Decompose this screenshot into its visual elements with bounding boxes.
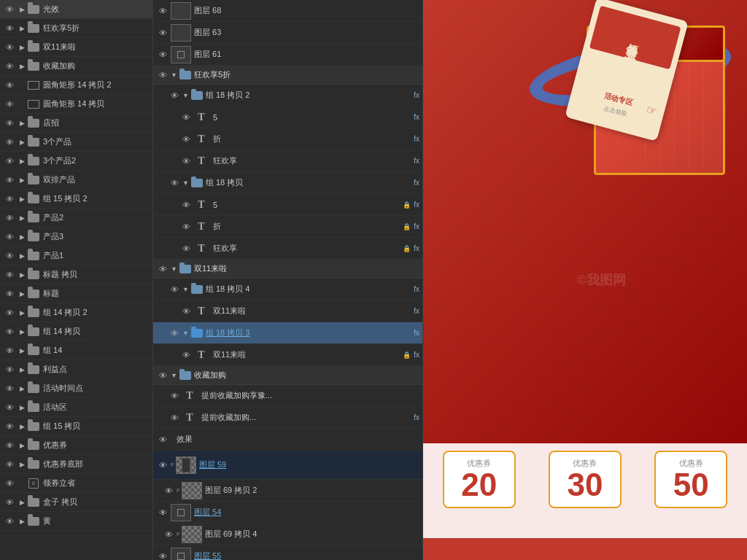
eye-icon[interactable]: 👁 <box>3 192 16 206</box>
eye-icon[interactable]: 👁 <box>179 349 193 362</box>
layer-row-z15-2[interactable]: 👁 ▶ 组 15 拷贝 2 <box>0 190 152 209</box>
layer-row-youhuiquan-base[interactable]: 👁 ▶ 优惠券底部 <box>0 455 152 474</box>
eye-icon[interactable]: 👁 <box>3 306 16 319</box>
layer-row-hezi[interactable]: 👁 ▶ 盒子 拷贝 <box>0 493 152 512</box>
layer-row-guangxiao[interactable]: 👁 ▶ 光效 <box>0 0 152 19</box>
expand-arrow[interactable]: ▶ <box>18 498 26 507</box>
eye-icon[interactable]: 👁 <box>3 458 16 471</box>
layer-row-z14-c[interactable]: 👁 ▶ 组 14 拷贝 <box>0 322 152 341</box>
layer-row-rect14-2[interactable]: 👁 圆角矩形 14 拷贝 2 <box>0 76 152 95</box>
expand-arrow[interactable]: ▶ <box>18 157 26 166</box>
eye-icon[interactable]: 👁 <box>3 420 16 433</box>
group-header-kuanhuanxiang[interactable]: 👁 ▼ 狂欢享5折 <box>153 66 422 85</box>
layer-row-bt[interactable]: 👁 ▶ 标题 <box>0 284 152 303</box>
eye-icon[interactable]: 👁 <box>179 305 193 318</box>
expand-arrow[interactable]: ▶ <box>18 289 26 298</box>
eye-icon[interactable]: 👁 <box>3 117 16 130</box>
layer-row-rect14[interactable]: 👁 圆角矩形 14 拷贝 <box>0 95 152 114</box>
layers-panel-middle[interactable]: 👁 图层 68 👁 图层 63 👁 图层 61 👁 ▼ 狂欢享5折 👁 ▼ 组 … <box>153 0 423 560</box>
eye-icon[interactable]: 👁 <box>179 111 193 124</box>
layer-row-youhuiquan[interactable]: 👁 ▶ 优惠券 <box>0 436 152 455</box>
eye-icon[interactable]: 👁 <box>168 89 181 102</box>
layer-row-bt-copy[interactable]: 👁 ▶ 标题 拷贝 <box>0 265 152 284</box>
expand-arrow[interactable]: ▶ <box>18 233 26 241</box>
mlayer-effect[interactable]: 👁 效果 <box>153 429 422 451</box>
mlayer-t-shuang11-1[interactable]: 👁 T 双11来啦 fx <box>153 300 422 322</box>
eye-icon[interactable]: 👁 <box>3 287 16 300</box>
eye-icon[interactable]: 👁 <box>168 411 181 424</box>
layer-row-kuanhuanxiang[interactable]: 👁 ▶ 狂欢享5折 <box>0 19 152 38</box>
mlayer-fie59[interactable]: 👁 F 图层 59 <box>153 451 422 480</box>
mlayer-61[interactable]: 👁 图层 61 <box>153 44 422 66</box>
eye-icon[interactable]: 👁 <box>3 211 16 225</box>
expand-arrow[interactable]: ▶ <box>18 214 26 222</box>
eye-icon[interactable]: 👁 <box>3 136 16 149</box>
expand-arrow[interactable]: ▶ <box>18 460 26 469</box>
layer-row-cp2[interactable]: 👁 ▶ 产品2 <box>0 209 152 228</box>
eye-icon[interactable]: 👁 <box>179 198 193 211</box>
eye-icon[interactable]: 👁 <box>3 515 16 528</box>
layer-row-dianzao[interactable]: 👁 ▶ 店招 <box>0 114 152 133</box>
eye-icon[interactable]: 👁 <box>3 174 16 187</box>
mlayer-t5-2[interactable]: 👁 T 5 🔒 fx <box>153 194 422 216</box>
mlayer-z18[interactable]: 👁 ▼ 组 18 拷贝 fx <box>153 172 422 194</box>
eye-icon[interactable]: 👁 <box>156 48 169 61</box>
eye-icon[interactable]: 👁 <box>3 268 16 281</box>
layer-row-lingquan[interactable]: 👁 8 领券立省 <box>0 474 152 493</box>
eye-icon[interactable]: 👁 <box>3 477 16 490</box>
eye-icon[interactable]: 👁 <box>3 496 16 509</box>
eye-icon[interactable]: 👁 <box>3 98 16 111</box>
expand-arrow[interactable]: ▶ <box>18 346 26 355</box>
eye-icon[interactable]: 👁 <box>3 22 16 35</box>
eye-icon[interactable]: 👁 <box>3 363 16 376</box>
mlayer-54[interactable]: 👁 图层 54 <box>153 502 422 524</box>
eye-icon[interactable]: 👁 <box>168 176 181 190</box>
eye-icon[interactable]: 👁 <box>156 459 169 472</box>
mlayer-t-kuanhuanxiang-1[interactable]: 👁 T 狂欢享 fx <box>153 150 422 172</box>
eye-icon[interactable]: 👁 <box>162 484 175 497</box>
mlayer-t-khe-2[interactable]: 👁 T 狂欢享 🔒 fx <box>153 238 422 260</box>
eye-icon[interactable]: 👁 <box>156 26 169 39</box>
expand-arrow[interactable]: ▶ <box>18 441 26 450</box>
expand-icon[interactable]: ▼ <box>171 372 177 379</box>
eye-icon[interactable]: 👁 <box>168 389 181 402</box>
mlayer-69-4[interactable]: 👁 F 图层 69 拷贝 4 <box>153 524 422 545</box>
expand-icon[interactable]: ▼ <box>182 286 189 293</box>
eye-icon[interactable]: 👁 <box>156 262 169 276</box>
mlayer-t-shuang11-2[interactable]: 👁 T 双11来啦 🔒 fx <box>153 344 422 366</box>
eye-icon[interactable]: 👁 <box>156 550 169 561</box>
eye-icon[interactable]: 👁 <box>156 433 169 446</box>
expand-arrow[interactable]: ▶ <box>18 195 26 203</box>
expand-arrow[interactable]: ▶ <box>18 403 26 412</box>
eye-icon[interactable]: 👁 <box>3 79 16 92</box>
expand-arrow[interactable]: ▶ <box>18 327 26 336</box>
eye-icon[interactable]: 👁 <box>3 230 16 244</box>
eye-icon[interactable]: 👁 <box>156 69 169 82</box>
expand-arrow[interactable]: ▶ <box>18 365 26 374</box>
expand-icon[interactable]: ▼ <box>171 71 177 79</box>
eye-icon[interactable]: 👁 <box>156 4 169 18</box>
expand-arrow[interactable]: ▶ <box>18 62 26 71</box>
layer-row-liyidian[interactable]: 👁 ▶ 利益点 <box>0 360 152 379</box>
mlayer-69-2[interactable]: 👁 F 图层 69 拷贝 2 <box>153 480 422 502</box>
eye-icon[interactable]: 👁 <box>3 325 16 338</box>
eye-icon[interactable]: 👁 <box>162 528 175 541</box>
mlayer-t-zhe-1[interactable]: 👁 T 折 fx <box>153 128 422 150</box>
eye-icon[interactable]: 👁 <box>179 133 193 146</box>
eye-icon[interactable]: 👁 <box>3 439 16 452</box>
expand-icon[interactable]: ▼ <box>182 179 189 187</box>
layer-row-shoucang[interactable]: 👁 ▶ 收藏加购 <box>0 57 152 76</box>
eye-icon[interactable]: 👁 <box>156 506 169 519</box>
mlayer-55[interactable]: 👁 图层 55 <box>153 545 422 560</box>
expand-arrow[interactable]: ▶ <box>18 422 26 431</box>
expand-icon[interactable]: ▼ <box>182 92 189 99</box>
expand-arrow[interactable]: ▶ <box>18 119 26 128</box>
expand-arrow[interactable]: ▶ <box>18 176 26 184</box>
eye-icon[interactable]: 👁 <box>179 155 193 168</box>
layer-row-huang[interactable]: 👁 ▶ 黄 <box>0 512 152 531</box>
layer-row-shuang11[interactable]: 👁 ▶ 双11来啦 <box>0 38 152 57</box>
layer-row-cp1[interactable]: 👁 ▶ 产品1 <box>0 246 152 265</box>
eye-icon[interactable]: 👁 <box>3 249 16 262</box>
group-header-shuang11[interactable]: 👁 ▼ 双11来啦 <box>153 260 422 279</box>
eye-icon[interactable]: 👁 <box>179 220 193 233</box>
